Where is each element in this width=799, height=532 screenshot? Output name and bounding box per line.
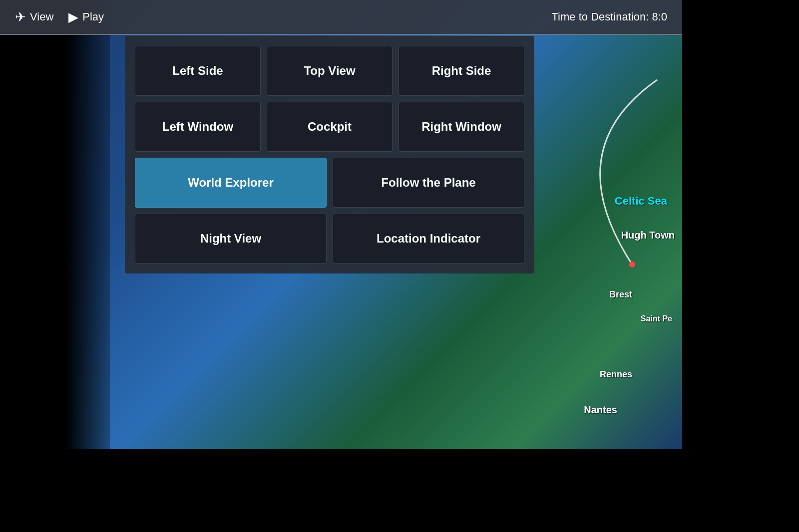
- play-icon: ▶: [68, 9, 78, 25]
- view-menu-panel: Left Side Top View Right Side Left Windo…: [125, 36, 534, 273]
- map-label-hugh-town: Hugh Town: [621, 230, 675, 241]
- play-label: Play: [82, 10, 104, 23]
- menu-row-1: Left Side Top View Right Side: [135, 46, 524, 96]
- menu-row-3: World Explorer Follow the Plane: [135, 158, 524, 208]
- map-label-saint-pe: Saint Pe: [641, 314, 672, 323]
- follow-the-plane-button[interactable]: Follow the Plane: [333, 158, 524, 208]
- cockpit-button[interactable]: Cockpit: [267, 102, 393, 152]
- view-label: View: [30, 10, 53, 23]
- map-label-celtic-sea: Celtic Sea: [615, 195, 667, 208]
- menu-row-4: Night View Location Indicator: [135, 214, 524, 264]
- map-label-brest: Brest: [609, 289, 632, 300]
- time-to-destination: Time to Destination: 8:0: [551, 10, 667, 23]
- right-window-button[interactable]: Right Window: [399, 102, 524, 152]
- map-label-nantes: Nantes: [584, 404, 617, 416]
- view-menu[interactable]: ✈ View: [15, 9, 53, 25]
- play-button[interactable]: ▶ Play: [68, 9, 104, 25]
- right-side-button[interactable]: Right Side: [399, 46, 524, 96]
- menu-row-2: Left Window Cockpit Right Window: [135, 102, 524, 152]
- left-side-button[interactable]: Left Side: [135, 46, 261, 96]
- world-explorer-button[interactable]: World Explorer: [135, 158, 327, 208]
- header-nav: ✈ View ▶ Play: [15, 9, 104, 25]
- svg-point-0: [629, 262, 635, 267]
- top-view-button[interactable]: Top View: [267, 46, 393, 96]
- dark-overlay: [0, 0, 110, 449]
- plane-icon: ✈: [15, 9, 26, 25]
- menu-grid: Left Side Top View Right Side Left Windo…: [135, 46, 524, 264]
- header-bar: ✈ View ▶ Play Time to Destination: 8:0: [0, 0, 682, 35]
- location-indicator-button[interactable]: Location Indicator: [333, 214, 524, 264]
- left-window-button[interactable]: Left Window: [135, 102, 261, 152]
- map-label-rennes: Rennes: [600, 369, 632, 380]
- night-view-button[interactable]: Night View: [135, 214, 327, 264]
